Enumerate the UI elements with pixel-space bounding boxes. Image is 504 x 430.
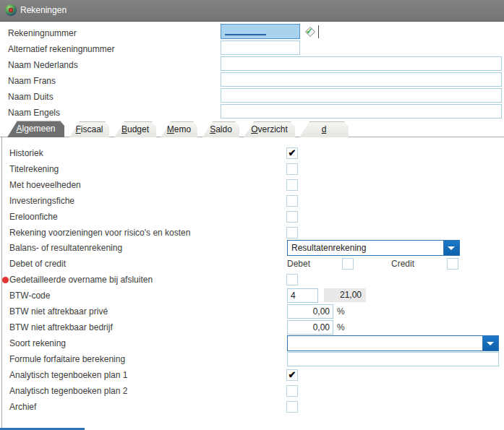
tab-memo[interactable]: Memo [161,121,197,137]
rekeningnummer-input[interactable] [221,24,300,39]
tab-accel: S [210,124,215,134]
gedetailleerde-overname-label: Gedetailleerde overname bij afsluiten [9,272,153,288]
ereloonfiche-label: Ereloonfiche [9,209,58,225]
required-marker-dot [2,277,9,283]
soort-rekening-label: Soort rekening [9,335,66,351]
archief-checkbox[interactable] [286,401,298,413]
tab-overzicht[interactable]: Overzicht [244,121,295,137]
debet-checkbox[interactable] [342,258,354,270]
rekeningnummer-label: Rekeningnummer [8,25,77,41]
tab-accel: M [167,124,174,134]
balans-resultaten-dropdown[interactable]: Resultatenrekening [287,240,460,256]
tab-fiscaal[interactable]: Fiscaal [69,121,109,137]
tab-label: verzicht [258,124,288,134]
debet-label: Debet [287,256,310,272]
gedetailleerde-overname-checkbox[interactable] [286,274,298,285]
credit-label: Credit [391,256,414,272]
green-check-icon: ✓ [306,26,313,36]
dropdown-value: Resultatenrekening [291,241,366,255]
tab-d[interactable]: d [299,121,349,137]
alternatief-input[interactable] [221,40,300,55]
lookup-button[interactable]: ✓ [304,25,316,38]
dropdown-button[interactable] [443,241,459,255]
formule-input[interactable] [287,352,499,366]
btw-bedrijf-input[interactable] [287,320,333,335]
investeringsfiche-checkbox[interactable] [286,195,298,207]
titelrekening-label: Titelrekening [9,161,59,177]
soort-rekening-dropdown[interactable] [287,335,499,351]
dropdown-button[interactable] [482,336,498,351]
tab-label: lgemeen [22,124,55,134]
tab-accel: O [251,124,257,134]
input-mask-underline [225,34,266,35]
debet-credit-label: Debet of credit [9,256,66,272]
btw-tarief-readonly: 21,00 [324,288,366,302]
titelrekening-checkbox[interactable] [286,163,298,175]
historiek-label: Historiek [9,145,43,161]
text-caret [318,25,319,38]
historiek-checkbox[interactable]: ✔ [286,147,298,159]
naam-duits-input[interactable] [221,88,502,103]
naam-duits-label: Naam Duits [8,89,54,105]
btw-code-label: BTW-code [9,288,50,304]
naam-engels-input[interactable] [221,104,502,119]
tab-label: aldo [215,124,232,134]
met-hoeveelheden-label: Met hoeveelheden [9,177,81,193]
formule-label: Formule forfaitaire berekening [9,351,125,367]
investeringsfiche-label: Investeringsfiche [9,193,74,209]
analytisch-plan1-label: Analytisch tegenboeken plan 1 [9,367,127,383]
tab-label: udget [127,124,149,134]
tab-accel: d [322,124,327,134]
naam-nederlands-label: Naam Nederlands [8,57,78,73]
tab-algemeen[interactable]: Algemeen [7,121,64,137]
tab-label: iscaal [81,124,103,134]
btw-code-input[interactable] [287,288,318,303]
tab-label: emo [174,124,191,134]
btw-prive-unit: % [337,304,345,319]
window-title: Rekeningen [20,0,67,21]
btw-prive-input[interactable] [287,304,333,319]
naam-frans-label: Naam Frans [8,73,56,89]
analytisch-plan1-checkbox[interactable]: ✔ [286,369,298,381]
app-icon-center [9,8,13,12]
tab-saldo[interactable]: Saldo [202,121,239,137]
voorzieningen-label: Rekening voorzieningen voor risico's en … [9,225,190,241]
btw-prive-label: BTW niet aftrekbaar privé [9,304,108,319]
voorzieningen-checkbox[interactable] [286,227,298,238]
chevron-down-icon [448,246,455,250]
analytisch-plan2-checkbox[interactable] [286,385,298,397]
credit-checkbox[interactable] [447,258,458,270]
naam-frans-input[interactable] [221,72,502,87]
ereloonfiche-checkbox[interactable] [286,211,298,223]
app-target-icon [5,4,17,16]
rekeningen-window: Rekeningen Rekeningnummer ✓ Alternatief … [0,0,504,430]
archief-label: Archief [9,399,36,415]
balans-resultaten-label: Balans- of resultatenrekening [9,240,122,256]
tab-accel: B [121,124,127,134]
met-hoeveelheden-checkbox[interactable] [286,179,298,191]
analytisch-plan2-label: Analytisch tegenboeken plan 2 [9,383,127,399]
chevron-down-icon [487,342,494,345]
title-bar: Rekeningen [0,0,504,22]
naam-engels-label: Naam Engels [8,105,60,121]
tab-accel: F [75,124,80,134]
tab-budget[interactable]: Budget [114,121,156,137]
naam-nederlands-input[interactable] [221,56,502,71]
tab-page-border [1,137,2,430]
btw-bedrijf-label: BTW niet aftrekbaar bedrijf [9,319,113,335]
btw-bedrijf-unit: % [337,320,345,335]
alternatief-label: Alternatief rekeningnummer [8,41,114,57]
